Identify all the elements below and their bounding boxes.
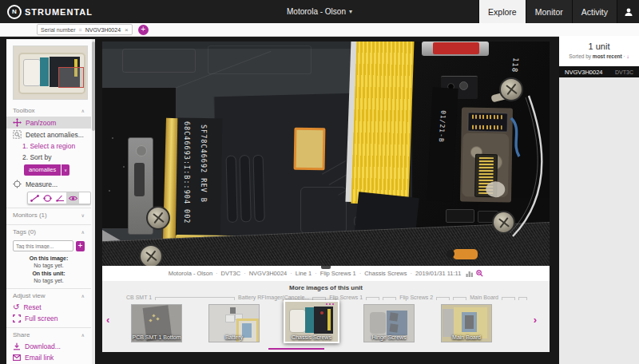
monitors-expand-icon[interactable]: ∨	[81, 212, 85, 218]
minimap-device-teal	[40, 57, 49, 86]
select-region-label: 1. Select a region	[22, 142, 75, 150]
line-measure-icon	[30, 194, 40, 203]
toolbox-title: Toolbox	[13, 107, 35, 114]
chevron-down-icon: ▾	[349, 8, 352, 15]
sort-control[interactable]: Sorted by most recent · ↓	[559, 51, 639, 59]
breadcrumb-build: DVT3C	[221, 270, 241, 277]
thumbnail-main-board[interactable]: Main Board	[441, 304, 492, 342]
stage-label: Flip Screws 1	[329, 295, 363, 300]
breadcrumb-separator: ·	[359, 270, 362, 277]
add-tag-button[interactable]: +	[76, 241, 85, 251]
measure-icon	[13, 180, 22, 188]
measure-line-button[interactable]	[28, 192, 41, 204]
minimap-viewport-region[interactable]	[58, 67, 84, 88]
adjust-view-title: Adjust view	[13, 292, 45, 299]
sort-direction-icon[interactable]: ↓	[627, 53, 629, 59]
detect-anomalies-label: Detect anomalies...	[26, 131, 84, 139]
filmstrip-next-button[interactable]: ›	[534, 316, 537, 324]
stage-label: CB SMT 1	[126, 295, 152, 300]
filmstrip-collapse-handle[interactable]	[321, 266, 331, 269]
minimap-device-white	[23, 59, 41, 86]
unit-list-item-selected[interactable]: NVGV3H0024 DVT3C	[559, 66, 639, 77]
full-screen-button[interactable]: Full screen	[6, 313, 91, 324]
tab-explore[interactable]: Explore	[478, 0, 526, 23]
email-link-label: Email link	[25, 354, 54, 362]
detect-anomalies-icon	[13, 130, 22, 139]
reset-icon: ↺	[13, 304, 19, 311]
thumbnail-menu-icon[interactable]	[326, 303, 335, 306]
tags-title: Tags (0)	[13, 228, 36, 235]
user-menu-button[interactable]	[617, 0, 639, 23]
sidebar-scrollbar[interactable]	[92, 39, 95, 364]
on-unit-label: On this unit:	[32, 271, 65, 276]
thumbnail-label: Main Board	[442, 334, 491, 340]
sort-by-label: 2. Sort by	[22, 153, 51, 161]
overview-minimap[interactable]	[13, 46, 88, 100]
filmstrip-panel: More images of this unit CB SMT 1 Batter…	[102, 281, 550, 352]
main-image[interactable]: 68C46693:I:B::904 002 SF78C46692 REV B 1…	[102, 42, 550, 266]
breadcrumb-separator: ·	[290, 270, 292, 277]
tab-monitor[interactable]: Monitor	[526, 0, 572, 23]
unit-build: DVT3C	[615, 69, 633, 75]
share-collapse-icon[interactable]: ∧	[81, 332, 85, 338]
tool-detect-anomalies[interactable]: Detect anomalies...	[6, 129, 91, 140]
angle-measure-icon	[55, 194, 65, 203]
thumbnail-battery[interactable]: Battery	[208, 304, 260, 342]
stage-label: Main Board	[470, 295, 498, 300]
email-link-button[interactable]: Email link	[6, 352, 91, 363]
adjust-view-collapse-icon[interactable]: ∧	[81, 293, 85, 299]
toolbox-collapse-icon[interactable]: ∧	[81, 108, 85, 113]
tool-pan-zoom[interactable]: Pan/zoom	[6, 117, 91, 129]
thumbnail-label: Hinge Screws	[364, 334, 414, 340]
instrumental-logo[interactable]: N STRUMENTAL	[0, 0, 93, 23]
breadcrumb-timestamp: 2019/01/31 11:11	[415, 270, 461, 277]
stage-label: Battery RFImager(Cancele...	[238, 295, 309, 300]
filmstrip-title: More images of this unit	[102, 281, 550, 291]
step-select-region[interactable]: 1. Select a region	[6, 140, 91, 152]
measure-visibility-button[interactable]	[66, 192, 79, 204]
download-icon	[13, 342, 21, 350]
email-icon	[13, 354, 21, 361]
full-screen-label: Full screen	[25, 315, 58, 322]
unit-serial: NVGV3H0024	[565, 69, 603, 76]
tag-input[interactable]	[13, 240, 73, 251]
wire-overlay	[102, 42, 550, 266]
remove-filter-icon[interactable]: ×	[125, 26, 129, 34]
download-button[interactable]: Download...	[6, 341, 91, 352]
breadcrumb-separator: ·	[411, 270, 413, 277]
filter-bar: Serial number = NVGV3H0024 × +	[0, 23, 639, 37]
filter-operator: =	[79, 27, 82, 33]
measure-angle-button[interactable]	[54, 192, 66, 204]
measure-tool-group	[27, 192, 91, 204]
histogram-icon[interactable]	[466, 271, 474, 277]
measure-label: Measure...	[26, 180, 58, 188]
main-nav: Explore Monitor Activity	[478, 0, 639, 23]
add-filter-button[interactable]: +	[138, 25, 149, 35]
measure-circle-button[interactable]	[41, 192, 54, 204]
zoom-in-icon[interactable]	[476, 270, 483, 277]
top-bar: N STRUMENTAL Motorola - Olson ▾ Explore …	[0, 0, 639, 23]
thumbnail-label: Chassis Screws	[285, 334, 338, 340]
filmstrip-prev-button[interactable]: ‹	[106, 316, 109, 324]
filter-field: Serial number	[41, 27, 76, 33]
serial-filter-chip[interactable]: Serial number = NVGV3H0024 ×	[37, 24, 133, 35]
on-image-label: On this image:	[30, 255, 69, 261]
breadcrumb-serial: NVGV3H0024	[249, 270, 288, 277]
tags-collapse-icon[interactable]: ∧	[81, 229, 85, 235]
breadcrumb-separator: ·	[216, 270, 218, 277]
thumbnail-chassis-screws-selected[interactable]: Chassis Screws	[284, 300, 339, 343]
sorted-by-separator: ·	[624, 53, 625, 59]
breadcrumb-separator: ·	[244, 270, 246, 277]
sort-dropdown-caret-icon: ∨	[62, 164, 69, 176]
org-name: Motorola - Olson	[287, 7, 346, 16]
tab-activity[interactable]: Activity	[572, 0, 617, 23]
thumbnail-hinge-screws[interactable]: Hinge Screws	[363, 304, 415, 342]
thumbnail-pcb-smt-1-bottom[interactable]: PCB SMT 1 Bottom	[131, 304, 182, 342]
org-selector[interactable]: Motorola - Olson ▾	[287, 0, 352, 23]
reset-view-button[interactable]: ↺ Reset	[6, 302, 91, 313]
on-unit-value: No tags yet.	[34, 278, 63, 283]
full-screen-icon	[13, 315, 21, 322]
tool-measure[interactable]: Measure...	[6, 178, 91, 190]
sort-dropdown[interactable]: anomalies ∨	[24, 164, 91, 176]
circle-measure-icon	[42, 194, 53, 203]
